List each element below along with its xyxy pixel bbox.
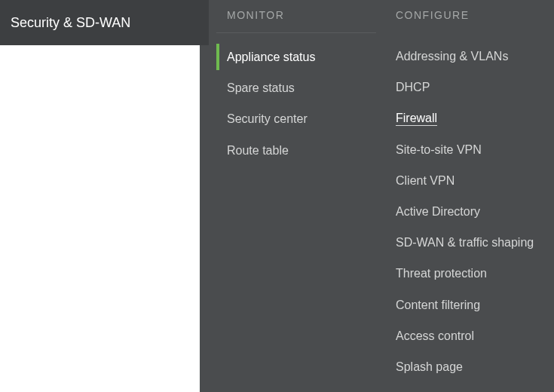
menu-column-configure: CONFIGURE Addressing & VLANs DHCP Firewa… xyxy=(385,9,554,392)
left-pane: Security & SD-WAN xyxy=(0,0,209,392)
menu-item-spare-status[interactable]: Spare status xyxy=(216,75,385,101)
menu-item-content-filtering[interactable]: Content filtering xyxy=(385,292,554,318)
menu-item-label: Active Directory xyxy=(396,205,480,218)
section-title: Security & SD-WAN xyxy=(11,15,130,31)
column-header-monitor: MONITOR xyxy=(216,9,385,29)
content-panel xyxy=(0,45,200,392)
menu-item-security-center[interactable]: Security center xyxy=(216,106,385,132)
menu-item-label: Splash page xyxy=(396,360,463,373)
menu-item-label: Security center xyxy=(227,112,308,125)
menu-item-threat-protection[interactable]: Threat protection xyxy=(385,260,554,286)
menu-item-label: SD-WAN & traffic shaping xyxy=(396,236,534,249)
menu-item-label: Access control xyxy=(396,329,474,342)
section-header: Security & SD-WAN xyxy=(0,0,209,45)
menu-item-splash-page[interactable]: Splash page xyxy=(385,354,554,380)
menu-item-route-table[interactable]: Route table xyxy=(216,137,385,164)
column-divider xyxy=(216,32,376,33)
menu-column-monitor: MONITOR Appliance status Spare status Se… xyxy=(216,9,385,392)
menu-list-monitor: Appliance status Spare status Security c… xyxy=(216,44,385,164)
menu-item-label: Route table xyxy=(227,144,289,157)
menu-item-sdwan-traffic-shaping[interactable]: SD-WAN & traffic shaping xyxy=(385,229,554,256)
menu-item-label: DHCP xyxy=(396,81,430,93)
menu-item-label: Content filtering xyxy=(396,299,480,311)
dropdown-menu: MONITOR Appliance status Spare status Se… xyxy=(209,0,554,392)
menu-item-firewall[interactable]: Firewall xyxy=(385,105,554,131)
menu-item-label: Firewall xyxy=(396,112,437,126)
menu-item-label: Client VPN xyxy=(396,174,455,187)
menu-item-appliance-status[interactable]: Appliance status xyxy=(216,44,385,70)
menu-list-configure: Addressing & VLANs DHCP Firewall Site-to… xyxy=(385,43,554,392)
menu-item-label: Spare status xyxy=(227,81,295,94)
menu-item-active-directory[interactable]: Active Directory xyxy=(385,198,554,225)
menu-item-label: Threat protection xyxy=(396,267,487,280)
menu-item-dhcp[interactable]: DHCP xyxy=(385,74,554,100)
menu-item-wireless-concentrator[interactable]: Wireless concentrator xyxy=(385,384,554,392)
menu-item-access-control[interactable]: Access control xyxy=(385,323,554,349)
menu-item-label: Addressing & VLANs xyxy=(396,50,508,63)
menu-item-label: Site-to-site VPN xyxy=(396,143,482,156)
menu-item-client-vpn[interactable]: Client VPN xyxy=(385,167,554,194)
menu-item-label: Appliance status xyxy=(227,51,315,63)
menu-item-site-to-site-vpn[interactable]: Site-to-site VPN xyxy=(385,136,554,163)
menu-item-addressing-vlans[interactable]: Addressing & VLANs xyxy=(385,43,554,69)
column-header-configure: CONFIGURE xyxy=(385,9,554,29)
